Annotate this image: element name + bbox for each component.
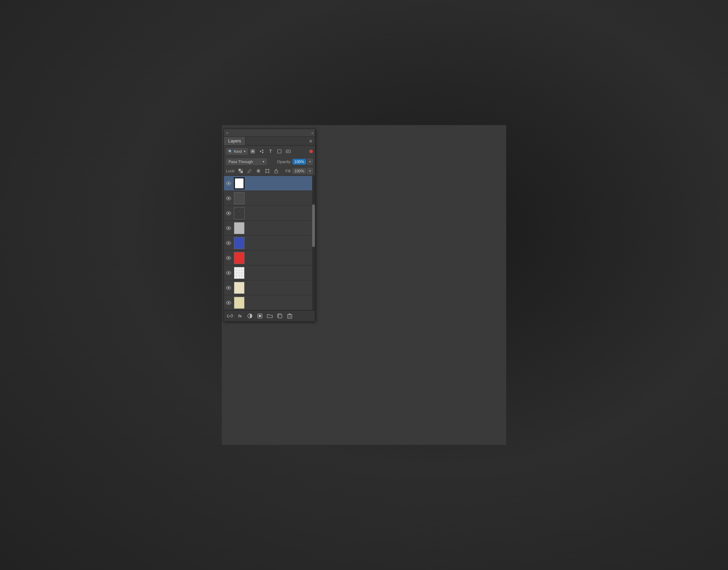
lock-transparent-pixels-btn[interactable] <box>237 167 244 174</box>
svg-point-54 <box>259 315 261 317</box>
svg-rect-33 <box>239 211 240 212</box>
opacity-group: Opacity: 100% ▾ <box>277 158 313 165</box>
shape-filter-icon <box>277 149 282 154</box>
visibility-toggle[interactable] <box>225 180 232 187</box>
lock-row: Lock: <box>224 166 315 176</box>
kind-dropdown[interactable]: 🔍 Kind ▾ <box>226 148 248 155</box>
panel-topbar: × « <box>224 129 315 137</box>
eye-icon <box>226 301 231 305</box>
svg-rect-5 <box>278 150 281 153</box>
smart-filter-btn[interactable] <box>284 147 292 155</box>
scroll-track[interactable] <box>312 176 315 310</box>
svg-rect-9 <box>239 169 241 171</box>
svg-rect-31 <box>242 210 243 211</box>
layer-item[interactable] <box>224 265 315 280</box>
svg-rect-12 <box>239 171 241 173</box>
lock-position-btn[interactable] <box>255 167 262 174</box>
shape-filter-btn[interactable] <box>275 147 283 155</box>
opacity-chevron-button[interactable]: ▾ <box>307 158 313 165</box>
panel-menu-button[interactable]: ≡ <box>306 137 315 145</box>
text-filter-btn[interactable]: T <box>267 147 274 155</box>
svg-rect-29 <box>237 209 238 210</box>
scroll-thumb[interactable] <box>312 204 315 247</box>
layer-thumbnail <box>234 282 245 294</box>
layer-item[interactable] <box>224 191 315 206</box>
eye-icon <box>226 241 231 245</box>
link-layers-button[interactable] <box>226 312 234 320</box>
mask-button[interactable] <box>256 312 264 320</box>
svg-point-4 <box>262 152 263 153</box>
layer-item[interactable] <box>224 295 315 310</box>
blend-mode-dropdown[interactable]: Pass Through ▾ <box>226 158 267 165</box>
svg-point-24 <box>228 182 230 184</box>
visibility-toggle[interactable] <box>225 300 232 306</box>
collapse-button[interactable]: « <box>311 131 313 135</box>
bottom-toolbar: fx <box>224 310 315 321</box>
svg-rect-57 <box>288 314 292 318</box>
svg-rect-37 <box>240 215 241 215</box>
svg-point-41 <box>228 257 230 259</box>
svg-rect-14 <box>266 170 269 172</box>
layer-item[interactable] <box>224 221 315 236</box>
lock-label: Lock: <box>226 169 235 173</box>
opacity-value[interactable]: 100% <box>293 159 306 165</box>
layer-thumbnail <box>234 267 245 279</box>
visibility-toggle[interactable] <box>225 210 232 216</box>
layer-thumbnail <box>234 177 245 189</box>
fill-label: Fill: <box>285 169 291 173</box>
fill-value[interactable]: 100% <box>293 168 306 174</box>
layer-effects-button[interactable]: fx <box>236 312 244 320</box>
svg-point-42 <box>228 272 230 274</box>
svg-rect-38 <box>242 216 243 217</box>
visibility-toggle[interactable] <box>225 270 232 276</box>
svg-point-26 <box>228 212 230 214</box>
fill-chevron-button[interactable]: ▾ <box>307 168 313 174</box>
svg-rect-28 <box>235 208 236 209</box>
halftone-filter-btn[interactable] <box>258 147 266 155</box>
layer-item[interactable] <box>224 206 315 221</box>
svg-rect-32 <box>236 212 237 213</box>
pixel-filter-icon <box>250 149 255 154</box>
blend-mode-chevron-icon: ▾ <box>263 160 264 163</box>
delete-layer-button[interactable] <box>286 312 294 320</box>
fill-group: Fill: 100% ▾ <box>285 168 313 174</box>
layer-thumbnail <box>234 252 245 264</box>
layer-item[interactable] <box>224 251 315 265</box>
pixel-filter-btn[interactable] <box>249 147 257 155</box>
svg-point-50 <box>228 287 230 289</box>
visibility-toggle[interactable] <box>225 255 232 261</box>
filter-row: 🔍 Kind ▾ T <box>224 146 315 157</box>
new-group-button[interactable] <box>276 312 284 320</box>
tab-bar: Layers ≡ <box>224 137 315 146</box>
lock-artboard-btn[interactable] <box>264 167 271 174</box>
visibility-toggle[interactable] <box>225 285 232 291</box>
layer-item[interactable] <box>224 280 315 295</box>
svg-rect-30 <box>240 209 241 209</box>
layers-tab[interactable]: Layers <box>224 137 246 145</box>
smart-filter-icon <box>286 149 291 154</box>
layer-item[interactable] <box>224 176 315 191</box>
lock-all-btn[interactable] <box>273 167 280 174</box>
layer-item[interactable] <box>224 236 315 251</box>
svg-rect-35 <box>235 214 236 215</box>
lock-paint-btn[interactable] <box>246 167 253 174</box>
layer-thumbnail <box>234 207 245 219</box>
svg-rect-10 <box>241 171 243 173</box>
visibility-toggle[interactable] <box>225 240 232 246</box>
opacity-label: Opacity: <box>277 160 291 164</box>
eye-icon <box>226 226 231 230</box>
close-button[interactable]: × <box>226 131 228 135</box>
svg-point-3 <box>262 150 263 151</box>
transparent-pixels-icon <box>238 168 243 173</box>
eye-icon <box>226 271 231 275</box>
lock-icon <box>274 168 279 173</box>
visibility-toggle[interactable] <box>225 195 232 201</box>
blend-mode-value: Pass Through <box>229 160 253 164</box>
adjustment-layer-button[interactable] <box>246 312 254 320</box>
visibility-toggle[interactable] <box>225 225 232 231</box>
svg-rect-56 <box>278 314 282 318</box>
eye-icon <box>226 256 231 260</box>
adjustment-filter-icon <box>259 149 264 154</box>
group-button[interactable] <box>266 312 274 320</box>
eye-icon <box>226 211 231 215</box>
